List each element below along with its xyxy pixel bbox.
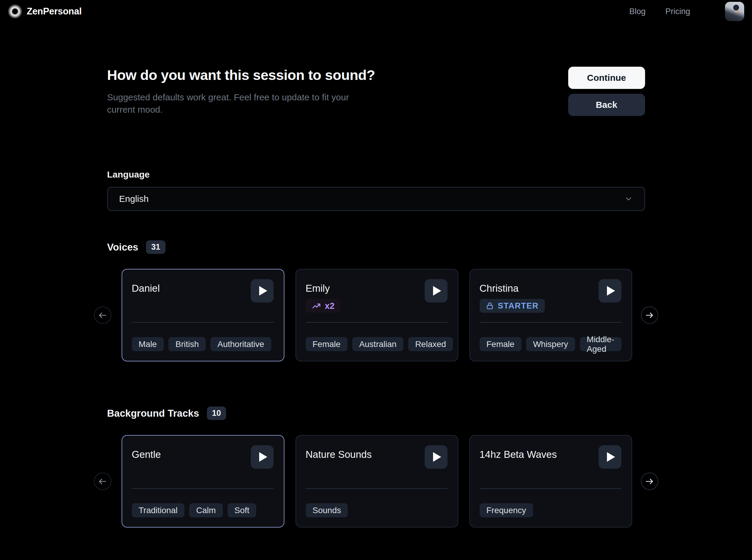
card-title: Nature Sounds	[306, 449, 372, 460]
tag-list: Sounds	[306, 503, 447, 517]
card-top: 14hz Beta Waves	[480, 445, 622, 469]
language-select[interactable]: English	[107, 187, 645, 211]
card-info: 14hz Beta Waves	[480, 445, 557, 460]
badge-label: x2	[325, 302, 334, 311]
tag-frequency: Frequency	[480, 503, 533, 517]
play-icon	[259, 452, 267, 462]
tag-list: FemaleWhisperyMiddle-Aged	[480, 337, 622, 351]
card-info: Emilyx2	[306, 279, 341, 313]
tracks-prev-button[interactable]	[94, 473, 111, 490]
card-info: Gentle	[132, 445, 161, 460]
tag-male: Male	[132, 337, 164, 351]
play-icon	[607, 452, 615, 462]
tracks-header: Background Tracks 10	[107, 406, 645, 420]
top-bar: ZenPersonal Blog Pricing	[0, 0, 752, 23]
brand-logo-icon	[8, 4, 22, 19]
hero-text: How do you want this session to sound? S…	[107, 67, 375, 116]
play-button[interactable]	[425, 445, 447, 469]
tag-list: MaleBritishAuthoritative	[132, 337, 273, 351]
voices-title: Voices	[107, 242, 139, 253]
voices-count-badge: 31	[146, 240, 165, 254]
tag-calm: Calm	[189, 503, 223, 517]
card-info: Nature Sounds	[306, 445, 372, 460]
play-button[interactable]	[251, 279, 273, 302]
card-title: 14hz Beta Waves	[480, 449, 557, 460]
card-top: Daniel	[132, 279, 273, 302]
continue-button[interactable]: Continue	[568, 67, 645, 89]
tag-authoritative: Authoritative	[210, 337, 271, 351]
card-info: ChristinaSTARTER	[480, 279, 545, 313]
play-button[interactable]	[598, 445, 622, 469]
tag-soft: Soft	[228, 503, 257, 517]
card-divider	[306, 322, 447, 323]
tag-australian: Australian	[352, 337, 404, 351]
card-divider	[480, 488, 622, 489]
tag-whispery: Whispery	[526, 337, 575, 351]
card-divider	[480, 322, 622, 323]
language-section: Language English	[107, 169, 645, 211]
voices-carousel: DanielMaleBritishAuthoritativeEmilyx2Fem…	[107, 269, 645, 361]
play-icon	[607, 286, 615, 296]
trending-up-icon	[312, 301, 321, 311]
voices-prev-button[interactable]	[94, 306, 111, 324]
hero-actions: Continue Back	[568, 67, 645, 116]
tracks-count-badge: 10	[207, 406, 226, 420]
play-icon	[433, 286, 441, 296]
lock-icon	[486, 302, 494, 310]
page-title: How do you want this session to sound?	[107, 67, 375, 83]
card-divider	[306, 488, 447, 489]
multiplier-badge: x2	[306, 299, 341, 313]
card-top: Gentle	[132, 445, 273, 469]
card-title: Emily	[306, 283, 341, 294]
card-title: Gentle	[132, 449, 161, 460]
track-card-nature-sounds[interactable]: Nature SoundsSounds	[296, 435, 458, 527]
card-top: Emilyx2	[306, 279, 447, 313]
play-button[interactable]	[598, 279, 622, 302]
track-card-gentle[interactable]: GentleTraditionalCalmSoft	[122, 435, 284, 527]
voices-section: Voices 31 DanielMaleBritishAuthoritative…	[107, 240, 645, 361]
voice-card-emily[interactable]: Emilyx2FemaleAustralianRelaxed	[296, 269, 458, 361]
tag-relaxed: Relaxed	[408, 337, 453, 351]
play-icon	[433, 452, 441, 462]
track-card-14hz-beta-waves[interactable]: 14hz Beta WavesFrequency	[469, 435, 632, 527]
nav-link-blog[interactable]: Blog	[629, 7, 645, 16]
card-top: Nature Sounds	[306, 445, 447, 469]
hero-section: How do you want this session to sound? S…	[107, 67, 645, 116]
nav-link-pricing[interactable]: Pricing	[665, 7, 690, 16]
tag-traditional: Traditional	[132, 503, 185, 517]
tag-list: TraditionalCalmSoft	[132, 503, 273, 517]
tracks-carousel: GentleTraditionalCalmSoftNature SoundsSo…	[107, 435, 645, 527]
language-label: Language	[107, 169, 645, 180]
card-title: Christina	[480, 283, 545, 294]
back-button[interactable]: Back	[568, 94, 645, 116]
language-selected-value: English	[119, 194, 149, 204]
tag-female: Female	[306, 337, 347, 351]
brand-name: ZenPersonal	[27, 6, 82, 17]
avatar[interactable]	[725, 2, 744, 21]
play-button[interactable]	[251, 445, 273, 469]
voice-card-daniel[interactable]: DanielMaleBritishAuthoritative	[122, 269, 284, 361]
tracks-next-button[interactable]	[641, 473, 658, 490]
voices-next-button[interactable]	[641, 306, 658, 324]
chevron-down-icon	[624, 194, 633, 203]
card-divider	[132, 488, 273, 489]
tracks-title: Background Tracks	[107, 408, 199, 419]
session-sound-page: How do you want this session to sound? S…	[107, 67, 645, 527]
card-divider	[132, 322, 273, 323]
card-title: Daniel	[132, 283, 160, 294]
card-info: Daniel	[132, 279, 160, 294]
top-nav: Blog Pricing	[629, 2, 744, 21]
tag-sounds: Sounds	[306, 503, 348, 517]
voice-card-christina[interactable]: ChristinaSTARTERFemaleWhisperyMiddle-Age…	[469, 269, 632, 361]
tag-list: FemaleAustralianRelaxed	[306, 337, 447, 351]
badge-label: STARTER	[498, 302, 539, 310]
voices-header: Voices 31	[107, 240, 645, 254]
play-icon	[259, 286, 267, 296]
play-button[interactable]	[425, 279, 447, 302]
background-tracks-section: Background Tracks 10 GentleTraditionalCa…	[107, 406, 645, 527]
starter-badge: STARTER	[480, 299, 545, 313]
tag-middle-aged: Middle-Aged	[580, 337, 622, 351]
card-top: ChristinaSTARTER	[480, 279, 622, 313]
tag-british: British	[168, 337, 206, 351]
tag-list: Frequency	[480, 503, 622, 517]
